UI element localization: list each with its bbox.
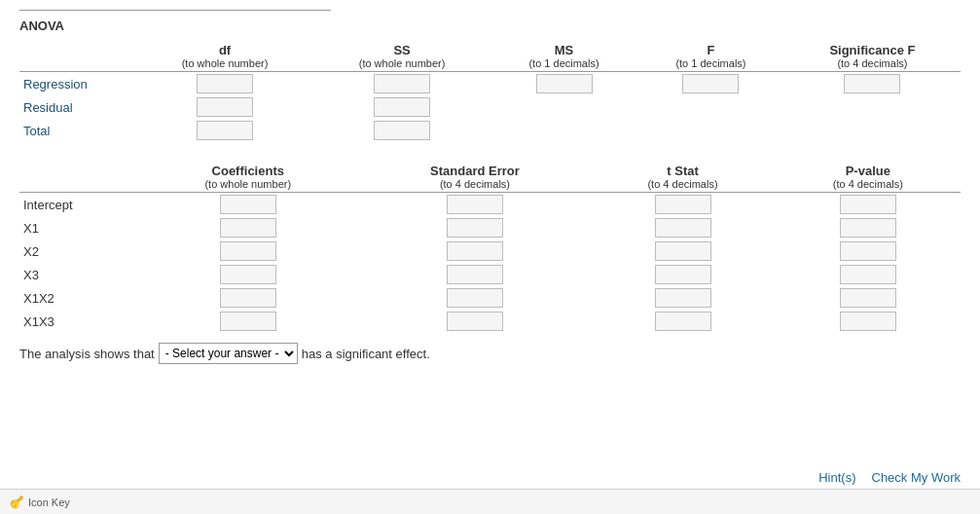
anova-title: ANOVA [19, 18, 961, 33]
footer-label: Icon Key [28, 496, 70, 508]
coeff-x3-pvalue[interactable] [840, 265, 896, 284]
anova-row-total: Total [19, 119, 961, 142]
coeff-row-x1x2: X1X2 [19, 286, 961, 310]
analysis-prefix: The analysis shows that [19, 347, 155, 361]
anova-table: df (to whole number) SS (to whole number… [19, 41, 961, 142]
coeff-row-x1x3: X1X3 [19, 310, 961, 333]
key-icon: 🔑 [10, 496, 24, 509]
coeff-x1x2-tstat[interactable] [655, 288, 711, 308]
anova-col-f: F (to 1 decimals) [637, 41, 784, 72]
coeff-intercept-tstat[interactable] [655, 195, 711, 214]
coeff-x1-stderr[interactable] [447, 218, 503, 238]
anova-regression-df[interactable] [197, 74, 253, 93]
coeff-x3-tstat[interactable] [655, 265, 711, 284]
coeff-col-stderror: Standard Error (to 4 decimals) [360, 162, 591, 193]
anova-total-df[interactable] [197, 121, 253, 140]
coeff-row-intercept: Intercept [19, 193, 961, 217]
coeff-x1x2-coeff[interactable] [220, 288, 276, 308]
coeff-x1x2-stderr[interactable] [447, 288, 503, 308]
coeff-col-tstat: t Stat (to 4 decimals) [590, 162, 775, 193]
coeff-x1x3-pvalue[interactable] [840, 312, 896, 331]
hints-button[interactable]: Hint(s) [818, 470, 855, 485]
analysis-dropdown[interactable]: - Select your answer - X1 X2 X3 X1X2 X1X… [159, 343, 298, 364]
coeff-x1-pvalue[interactable] [840, 218, 896, 238]
coeff-row-x2: X2 [19, 239, 961, 263]
action-bar: Hint(s) Check My Work [818, 470, 961, 485]
coeff-row-x3: X3 [19, 263, 961, 286]
coeff-intercept-pvalue[interactable] [840, 195, 896, 214]
anova-col-ms: MS (to 1 decimals) [490, 41, 637, 72]
coeff-x2-pvalue[interactable] [840, 241, 896, 261]
anova-regression-f[interactable] [682, 74, 739, 93]
anova-col-ss: SS (to whole number) [313, 41, 490, 72]
anova-total-ss[interactable] [374, 121, 430, 140]
coeff-intercept-coeff[interactable] [220, 195, 276, 214]
footer-bar: 🔑 Icon Key [0, 489, 980, 514]
analysis-row: The analysis shows that - Select your an… [19, 343, 961, 364]
coeff-intercept-stderr[interactable] [447, 195, 503, 214]
anova-row-regression: Regression [19, 72, 961, 96]
coeff-row-x1: X1 [19, 216, 961, 239]
anova-col-sigf: Significance F (to 4 decimals) [784, 41, 961, 72]
coeff-x1x3-tstat[interactable] [655, 312, 711, 331]
anova-regression-ms[interactable] [536, 74, 593, 93]
anova-regression-ss[interactable] [374, 74, 430, 93]
anova-row-residual: Residual [19, 95, 961, 119]
coeff-x1x3-stderr[interactable] [447, 312, 503, 331]
anova-residual-ss[interactable] [374, 97, 430, 117]
coeff-x2-tstat[interactable] [655, 241, 711, 261]
coeff-x3-coeff[interactable] [220, 265, 276, 284]
anova-residual-df[interactable] [197, 97, 253, 117]
coeff-x2-coeff[interactable] [220, 241, 276, 261]
coeff-col-coefficients: Coefficients (to whole number) [136, 162, 360, 193]
coeff-x1-coeff[interactable] [220, 218, 276, 238]
coeff-x2-stderr[interactable] [447, 241, 503, 261]
analysis-suffix: has a significant effect. [302, 347, 430, 361]
coeff-x3-stderr[interactable] [447, 265, 503, 284]
check-my-work-button[interactable]: Check My Work [872, 470, 962, 485]
coeff-col-pvalue: P-value (to 4 decimals) [776, 162, 961, 193]
anova-regression-sigf[interactable] [844, 74, 900, 93]
coeff-x1x3-coeff[interactable] [220, 312, 276, 331]
coeff-x1-tstat[interactable] [655, 218, 711, 238]
coeff-x1x2-pvalue[interactable] [840, 288, 896, 308]
coefficients-table: Coefficients (to whole number) Standard … [19, 162, 961, 333]
anova-col-df: df (to whole number) [136, 41, 313, 72]
